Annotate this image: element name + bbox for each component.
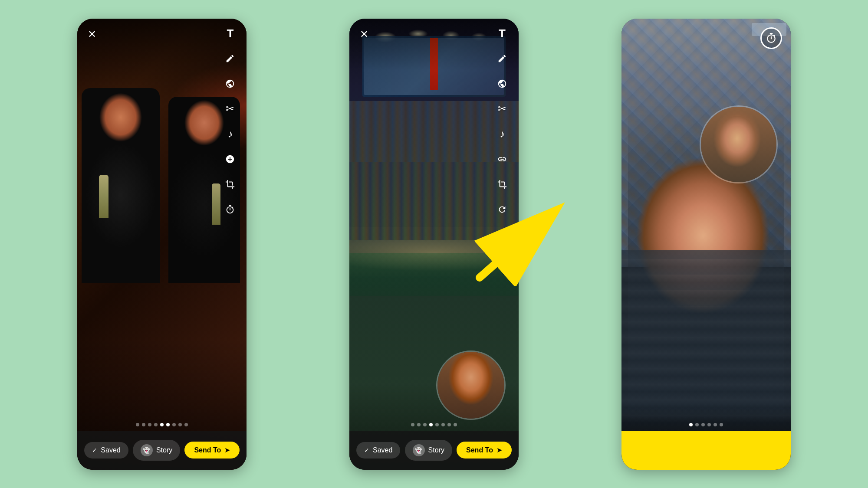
phone-3-selfie-circle xyxy=(700,105,778,183)
phone-3-progress xyxy=(621,423,791,426)
dot-8 xyxy=(178,423,182,426)
story-btn-2[interactable]: 👻 Story xyxy=(405,440,452,461)
dot-2 xyxy=(142,423,145,426)
phone-3-content xyxy=(621,19,791,470)
crop-icon xyxy=(225,180,235,189)
story-ghost-icon: 👻 xyxy=(141,444,153,456)
dot2-2 xyxy=(417,423,421,426)
sticker-tool-btn[interactable] xyxy=(222,76,238,92)
players-area xyxy=(349,253,519,296)
selfie-face-3 xyxy=(701,107,776,182)
pen-tool-btn-2[interactable] xyxy=(494,51,510,66)
upper-crowd xyxy=(349,101,519,162)
pen-icon xyxy=(225,54,235,63)
seat-top-vignette xyxy=(621,405,791,431)
sticker2-tool-btn[interactable] xyxy=(222,151,238,167)
pen-tool-btn[interactable] xyxy=(222,51,238,66)
saved-btn-2[interactable]: ✓ Saved xyxy=(356,442,400,459)
top-vignette2 xyxy=(349,19,519,71)
close-icon-2[interactable]: ✕ xyxy=(360,28,368,40)
phone-1-bottom-bar: ✓ Saved 👻 Story Send To ➤ xyxy=(77,431,247,470)
bottle-right xyxy=(212,183,220,225)
dot2-3 xyxy=(423,423,427,426)
send-arrow-icon: ➤ xyxy=(224,446,230,454)
send-label: Send To xyxy=(194,446,221,454)
story-btn[interactable]: 👻 Story xyxy=(133,440,180,461)
crop-tool-btn-2[interactable] xyxy=(494,177,510,192)
story-ghost-icon-2: 👻 xyxy=(413,444,425,456)
sticker-icon xyxy=(225,79,235,88)
dot2-8 xyxy=(454,423,457,426)
text-tool-btn-2[interactable]: T xyxy=(494,26,510,41)
dot2-5 xyxy=(435,423,439,426)
screenshot-container: ✕ T ✂ ♪ xyxy=(0,0,868,488)
dot3-3 xyxy=(701,423,705,426)
dot3-5 xyxy=(713,423,717,426)
timer-btn[interactable] xyxy=(760,27,782,49)
selfie-face xyxy=(437,352,504,419)
send-to-btn[interactable]: Send To ➤ xyxy=(184,442,240,459)
close-icon[interactable]: ✕ xyxy=(88,28,96,40)
yellow-bottom-bar xyxy=(621,431,791,470)
story-label-2: Story xyxy=(428,446,444,454)
phone-3-scene xyxy=(621,19,791,470)
phone-2-progress xyxy=(349,423,519,426)
dot2-6 xyxy=(441,423,445,426)
sticker-icon-2 xyxy=(497,79,507,88)
seat-bottom xyxy=(621,250,791,431)
scissors-tool-btn[interactable]: ✂ xyxy=(222,101,238,117)
phone-2-selfie-circle xyxy=(436,350,506,420)
phone-2-close-btn[interactable]: ✕ xyxy=(360,29,368,39)
music-tool-btn-2[interactable]: ♪ xyxy=(494,126,510,142)
lower-crowd xyxy=(349,162,519,240)
sticker-tool-btn-2[interactable] xyxy=(494,76,510,92)
phone-1: ✕ T ✂ ♪ xyxy=(77,19,247,470)
timer-icon xyxy=(225,205,235,214)
dot-1 xyxy=(136,423,139,426)
scissors-tool-btn-2[interactable]: ✂ xyxy=(494,101,510,117)
music-tool-btn[interactable]: ♪ xyxy=(222,126,238,142)
crop-tool-btn[interactable] xyxy=(222,177,238,192)
timer-icon-3 xyxy=(766,33,777,44)
dot3-2 xyxy=(695,423,699,426)
dot3-6 xyxy=(720,423,723,426)
phone-3 xyxy=(621,19,791,470)
saved-btn[interactable]: ✓ Saved xyxy=(84,442,128,459)
saved-label-2: Saved xyxy=(373,446,392,454)
phone-1-content: ✕ T ✂ ♪ xyxy=(77,19,247,470)
text-tool-btn[interactable]: T xyxy=(222,26,238,41)
send-to-btn-2[interactable]: Send To ➤ xyxy=(457,442,512,459)
dot-4 xyxy=(154,423,158,426)
phone-2-bottom-bar: ✓ Saved 👻 Story Send To ➤ xyxy=(349,431,519,470)
dot-5 xyxy=(160,423,164,426)
link-tool-btn[interactable] xyxy=(494,151,510,167)
saved-label: Saved xyxy=(101,446,120,454)
crop-icon-2 xyxy=(497,180,507,189)
check-icon: ✓ xyxy=(92,447,97,454)
send-arrow-icon-2: ➤ xyxy=(496,446,502,454)
dot2-4 xyxy=(429,423,433,426)
phone-1-toolbar: T ✂ ♪ xyxy=(222,26,238,217)
phone-1-scene xyxy=(77,19,247,470)
person-left xyxy=(82,88,160,283)
check-icon-2: ✓ xyxy=(364,447,369,454)
sticker2-icon xyxy=(225,154,235,164)
phone-2: ✕ T ✂ ♪ xyxy=(349,19,519,470)
seat-pattern xyxy=(621,250,791,431)
phone-1-close-btn[interactable]: ✕ xyxy=(88,29,96,39)
refresh-icon xyxy=(497,205,507,214)
phone-2-content: ✕ T ✂ ♪ xyxy=(349,19,519,470)
dot-9 xyxy=(184,423,188,426)
phone-1-progress xyxy=(77,423,247,426)
refresh-tool-btn[interactable] xyxy=(494,202,510,217)
dot2-1 xyxy=(411,423,414,426)
phone-2-toolbar: T ✂ ♪ xyxy=(494,26,510,217)
dot-3 xyxy=(148,423,151,426)
send-label-2: Send To xyxy=(466,446,493,454)
dot3-4 xyxy=(707,423,711,426)
story-label: Story xyxy=(156,446,172,454)
pen-icon-2 xyxy=(497,54,507,63)
dot3-1 xyxy=(689,423,693,426)
dot-7 xyxy=(172,423,176,426)
timer-tool-btn[interactable] xyxy=(222,202,238,217)
